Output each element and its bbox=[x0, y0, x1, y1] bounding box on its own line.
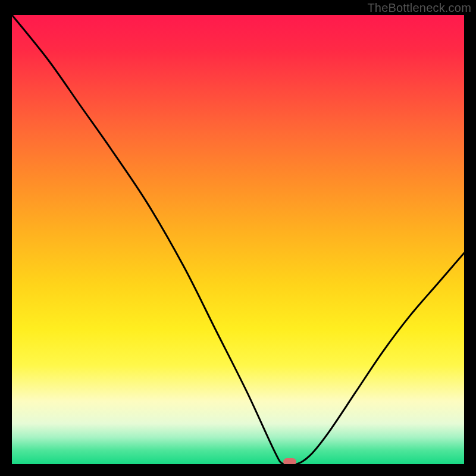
plot-area bbox=[12, 15, 464, 464]
optimal-marker bbox=[283, 458, 296, 464]
chart-frame: TheBottleneck.com bbox=[0, 0, 476, 476]
bottleneck-curve bbox=[12, 15, 464, 464]
watermark-text: TheBottleneck.com bbox=[367, 1, 471, 15]
